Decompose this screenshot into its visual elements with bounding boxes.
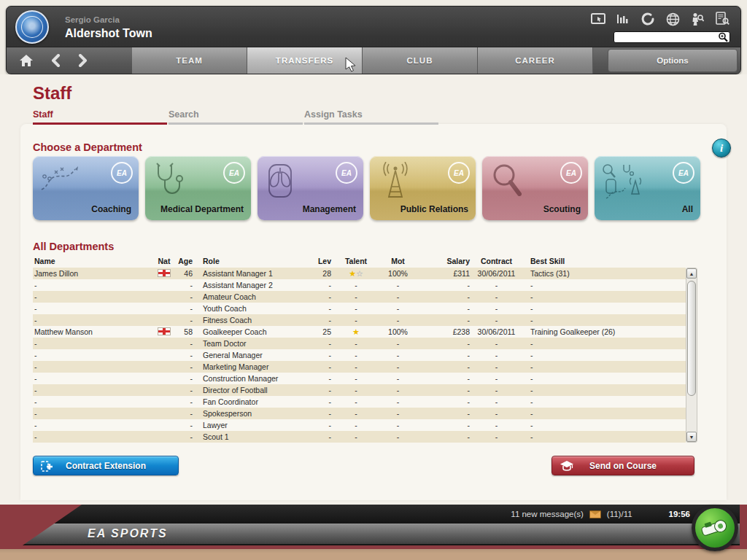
envelope-icon[interactable] [589,510,601,518]
dept-card-management[interactable]: EA Management [258,156,363,220]
send-on-course-label: Send on Course [589,461,657,471]
table-row[interactable]: - - Marketing Manager - - - - - - [33,361,686,373]
options-button[interactable]: Options [608,49,738,72]
home-button[interactable] [17,52,36,69]
col-name[interactable]: Name [33,255,153,268]
info-button[interactable]: i [712,139,731,158]
dept-card-public-relations[interactable]: EA Public Relations [370,156,476,220]
subtab-search[interactable]: Search [169,109,303,125]
table-row[interactable]: - - Director of Football - - - - - - [33,384,686,396]
table-row[interactable]: - - Assistant Manager 2 - - - - - - [33,279,686,291]
tab-team[interactable]: TEAM [132,47,247,74]
table-row[interactable]: - - Fan Coordinator - - - - - - [33,396,686,408]
ea-sports-logo-icon: EA [336,162,357,184]
talent-star-full: ★ [352,327,360,336]
tactics-icon [39,162,80,198]
player-search-icon[interactable] [689,12,705,26]
search-magnifier-icon[interactable] [718,32,729,42]
col-role[interactable]: Role [196,255,314,268]
department-cards: EA Coaching EA Medical Department EA Man… [33,156,700,220]
scroll-up-button[interactable]: ▲ [686,268,697,279]
col-nat[interactable]: Nat [153,255,175,268]
table-scrollbar[interactable]: ▲ ▼ [686,268,697,443]
club-badge [15,10,49,44]
whistle-icon [700,516,729,540]
table-row[interactable]: - - General Manager - - - - - - [33,349,686,361]
dept-card-medical[interactable]: EA Medical Department [145,156,251,220]
brand-bar: EA SPORTS [20,524,740,545]
table-row[interactable]: Matthew Manson 58 Goalkeeper Coach 25 ★ … [33,326,686,338]
contract-plus-icon [41,460,54,475]
ea-sports-wordmark: EA SPORTS [88,527,168,540]
subtab-assign-tasks[interactable]: Assign Tasks [304,109,438,125]
all-departments-icon [600,162,651,206]
table-row[interactable]: James Dillon 46 Assistant Manager 1 28 ★… [33,268,686,279]
footer: 11 new message(s) (11)/11 19:56 EA SPORT… [0,505,747,560]
footer-bar: 11 new message(s) (11)/11 19:56 EA SPORT… [20,505,740,547]
forward-button[interactable] [74,52,93,69]
col-age[interactable]: Age [175,255,196,268]
table-row[interactable]: - - Team Doctor - - - - - - [33,338,686,349]
antenna-icon [376,162,415,203]
graduation-cap-icon [560,460,574,474]
back-button[interactable] [46,52,65,69]
text-search-icon[interactable] [714,12,730,26]
tab-transfers[interactable]: TRANSFERS [247,47,363,74]
stethoscope-icon [151,162,189,201]
table-row[interactable]: - - Youth Coach - - - - - - [33,303,686,314]
dept-card-scouting[interactable]: EA Scouting [482,156,588,220]
england-flag-icon [158,269,171,277]
department-heading: Choose a Department [33,141,142,153]
tab-career[interactable]: CAREER [478,47,593,74]
content-area: Staff Staff Search Assign Tasks Choose a… [0,74,747,505]
screen-icon[interactable] [590,12,606,26]
col-salary[interactable]: Salary [418,255,473,268]
ea-sports-logo-icon: EA [560,162,582,184]
col-talent[interactable]: Talent [334,255,378,268]
table-row[interactable]: - - Spokesperson - - - - - - [33,408,686,419]
dept-card-label: Scouting [543,204,581,214]
app-header: Sergio Garcia Aldershot Town [6,6,741,74]
globe-icon[interactable] [665,12,681,26]
staff-table-body: James Dillon 46 Assistant Manager 1 28 ★… [33,268,686,443]
club-name: Aldershot Town [65,27,152,40]
send-on-course-button[interactable]: Send on Course [551,456,694,475]
stats-icon[interactable] [615,12,631,26]
col-lev[interactable]: Lev [314,255,334,268]
table-row[interactable]: - - Lawyer - - - - - - [33,419,686,431]
mail-count: (11)/11 [607,510,632,518]
table-row[interactable]: - - Amateur Coach - - - - - - [33,291,686,303]
scrollbar-thumb[interactable] [687,281,696,396]
dept-card-label: Coaching [91,204,131,214]
dept-card-coaching[interactable]: EA Coaching [33,156,139,220]
body-lungs-icon [263,162,300,203]
ea-sports-logo-icon: EA [448,162,470,184]
whistle-button[interactable] [692,505,738,551]
staff-table-header: Name Nat Age Role Lev Talent Mot Salary … [33,255,697,268]
ea-sports-logo-icon: EA [673,162,694,184]
status-bar: 11 new message(s) (11)/11 19:56 [20,505,740,524]
contract-extension-button[interactable]: Contract Extension [33,456,179,475]
col-mot[interactable]: Mot [378,255,418,268]
subtab-staff[interactable]: Staff [33,109,167,125]
refresh-icon[interactable] [640,12,656,26]
table-row[interactable]: - - Fitness Coach - - - - - - [33,314,686,326]
magnifier-icon [488,162,529,204]
new-messages-text[interactable]: 11 new message(s) [511,510,584,518]
table-row[interactable]: - - Construction Manager - - - - - - [33,373,686,384]
talent-star-empty: ☆ [356,269,363,278]
dept-card-label: Management [303,204,356,214]
ea-sports-logo-icon: EA [111,162,133,184]
col-best-skill[interactable]: Best Skill [520,255,684,268]
scroll-down-button[interactable]: ▼ [686,432,697,442]
tab-club[interactable]: CLUB [363,47,478,74]
table-row[interactable]: - - Scout 1 - - - - - - [33,431,686,443]
ea-sports-logo-icon: EA [223,162,245,184]
staff-table: Name Nat Age Role Lev Talent Mot Salary … [33,255,697,443]
england-flag-icon [158,327,171,335]
dept-card-all[interactable]: EA All [595,156,700,220]
search-input[interactable] [614,33,718,42]
dept-card-label: All [682,204,693,214]
col-contract[interactable]: Contract [473,255,520,268]
clock-time: 19:56 [669,510,690,518]
